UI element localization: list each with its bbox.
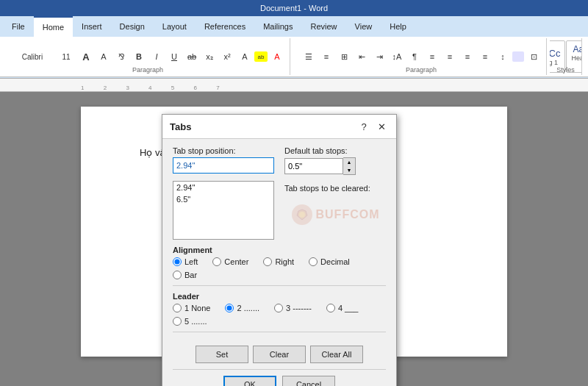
tab-references[interactable]: References (196, 16, 254, 37)
align-left-radio[interactable] (173, 257, 182, 266)
font-size[interactable]: 11 (56, 49, 76, 65)
tab-stop-label: Tab stop position: (173, 146, 274, 155)
leader-dashes-radio[interactable] (274, 304, 283, 312)
align-center-option[interactable]: Center (212, 257, 248, 266)
clear-format-btn[interactable]: ⅋ (113, 49, 129, 65)
tab-home[interactable]: Home (34, 16, 73, 37)
leader-dashes-option[interactable]: 3 ------- (274, 304, 312, 312)
list-col: 2.94" 6.5" (173, 181, 274, 240)
leader-dots2-option[interactable]: 5 ....... (173, 317, 207, 326)
action-buttons-row: Set Clear Clear All (162, 346, 396, 369)
tab-insert[interactable]: Insert (73, 16, 111, 37)
leader-underline-radio[interactable] (326, 304, 335, 312)
leader-label: Leader (173, 292, 386, 301)
align-center-radio[interactable] (212, 257, 221, 266)
leader-underline-option[interactable]: 4 ___ (326, 304, 359, 312)
align-left-btn[interactable]: ≡ (424, 49, 440, 65)
alignment-group: Left Center Right Decimal Bar (173, 257, 386, 279)
clear-button[interactable]: Clear (253, 346, 306, 363)
italic-btn[interactable]: I (148, 49, 165, 65)
line-spacing-btn[interactable]: ↕ (495, 49, 511, 65)
align-center-text: Center (224, 257, 248, 266)
underline-btn[interactable]: U (166, 49, 182, 65)
svg-point-1 (299, 212, 305, 218)
style-h1-preview: AaBbCc (550, 48, 560, 59)
dialog-list-row: 2.94" 6.5" Tab stops to be cleared: (173, 181, 386, 240)
leader-group: 1 None 2 ....... 3 ------- 4 ___ 5 .....… (173, 304, 386, 326)
grow-font-btn[interactable]: A (78, 49, 94, 65)
document-title: Document1 - Word (260, 4, 328, 12)
ribbon-tab-bar: File Home Insert Design Layout Reference… (0, 16, 588, 37)
align-decimal-option[interactable]: Decimal (309, 257, 350, 266)
style-h1-label: Heading 1 (550, 59, 558, 66)
align-right-radio[interactable] (263, 257, 272, 266)
listbox-item-2[interactable]: 6.5" (173, 193, 273, 205)
alignment-label: Alignment (173, 246, 386, 254)
leader-none-radio[interactable] (173, 304, 182, 312)
style-h2-preview: AaBb (573, 44, 582, 54)
font-color-btn[interactable]: A (269, 49, 285, 65)
shading-btn[interactable] (512, 51, 524, 62)
strikethrough-btn[interactable]: ab (184, 49, 200, 65)
align-bar-radio[interactable] (173, 271, 182, 279)
spinner-down-btn[interactable]: ▼ (343, 166, 355, 174)
tab-mailings[interactable]: Mailings (254, 16, 301, 37)
justify-btn[interactable]: ≡ (477, 49, 493, 65)
listbox-item-1[interactable]: 2.94" (173, 182, 273, 193)
bullets-btn[interactable]: ☰ (301, 49, 317, 65)
sort-btn[interactable]: ↕A (389, 49, 405, 65)
text-highlight-btn[interactable]: ab (254, 51, 268, 62)
align-bar-option[interactable]: Bar (173, 271, 197, 279)
para-group-label: Paragraph (406, 66, 437, 74)
leader-none-option[interactable]: 1 None (173, 304, 210, 312)
leader-dots-text: 2 ....... (237, 304, 259, 312)
align-right-btn[interactable]: ≡ (459, 49, 476, 65)
tab-stop-input[interactable] (173, 157, 274, 174)
cancel-button[interactable]: Cancel (282, 376, 335, 386)
tab-stop-listbox[interactable]: 2.94" 6.5" (173, 181, 274, 240)
leader-none-text: 1 None (184, 304, 210, 312)
default-tab-label: Default tab stops: (284, 146, 386, 155)
leader-dots-option[interactable]: 2 ....... (225, 304, 259, 312)
align-decimal-radio[interactable] (309, 257, 318, 266)
numbering-btn[interactable]: ≡ (318, 49, 334, 65)
default-tab-input[interactable] (284, 158, 343, 174)
decrease-indent-btn[interactable]: ⇤ (354, 49, 370, 65)
leader-dots-radio[interactable] (225, 304, 234, 312)
ribbon: File Home Insert Design Layout Reference… (0, 16, 588, 79)
leader-dashes-text: 3 ------- (286, 304, 312, 312)
tab-view[interactable]: View (346, 16, 381, 37)
superscript-btn[interactable]: x² (219, 49, 235, 65)
tab-review[interactable]: Review (302, 16, 346, 37)
tab-design[interactable]: Design (111, 16, 154, 37)
confirm-buttons-row: OK Cancel (162, 370, 396, 386)
align-center-btn[interactable]: ≡ (442, 49, 458, 65)
multilevel-btn[interactable]: ⊞ (336, 49, 352, 65)
text-effects-btn[interactable]: A (237, 49, 253, 65)
dialog-help-btn[interactable]: ? (356, 119, 371, 134)
spinner-up-btn[interactable]: ▲ (343, 158, 355, 166)
watermark-area: BUFFCOM (291, 204, 380, 226)
paragraph-group: Calibri 11 A A ⅋ B I U ab x₂ x² A ab A P… (6, 38, 290, 75)
clear-all-button[interactable]: Clear All (310, 346, 363, 363)
align-right-option[interactable]: Right (263, 257, 294, 266)
shrink-font-btn[interactable]: A (96, 49, 112, 65)
align-right-text: Right (275, 257, 294, 266)
subscript-btn[interactable]: x₂ (201, 49, 218, 65)
align-left-option[interactable]: Left (173, 257, 198, 266)
tab-layout[interactable]: Layout (154, 16, 196, 37)
dialog-close-btn[interactable]: ✕ (374, 119, 389, 134)
tab-stops-clear-label: Tab stops to be cleared: (284, 184, 386, 193)
increase-indent-btn[interactable]: ⇥ (371, 49, 387, 65)
leader-dots2-radio[interactable] (173, 317, 182, 326)
tab-file[interactable]: File (3, 16, 34, 37)
tab-help[interactable]: Help (381, 16, 415, 37)
tab-stop-col: Tab stop position: (173, 146, 274, 175)
set-button[interactable]: Set (196, 346, 248, 363)
bold-btn[interactable]: B (131, 49, 147, 65)
align-bar-text: Bar (184, 271, 197, 279)
show-paragraph-btn[interactable]: ¶ (406, 49, 423, 65)
ok-button[interactable]: OK (223, 376, 276, 386)
font-select[interactable]: Calibri (10, 49, 54, 65)
borders-btn[interactable]: ⊡ (526, 49, 542, 65)
